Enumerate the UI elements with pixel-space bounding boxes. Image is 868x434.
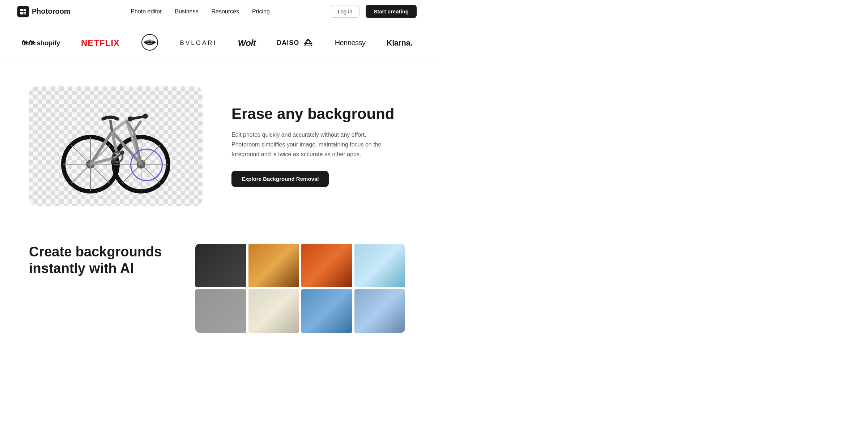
- photo-cell-2: [248, 244, 299, 287]
- selection-circle-indicator: [130, 149, 163, 181]
- svg-rect-1: [24, 9, 26, 11]
- logo-bvlgari: BVLGARI: [180, 39, 217, 47]
- photo-cell-3: [301, 244, 352, 287]
- svg-line-19: [90, 164, 110, 183]
- logo-wolt: Wolt: [238, 38, 256, 48]
- nav-actions: Log in Start creating: [330, 5, 417, 18]
- nav-business[interactable]: Business: [175, 8, 199, 14]
- svg-point-38: [111, 160, 115, 164]
- svg-line-35: [110, 120, 112, 132]
- erase-section-title: Erase any background: [231, 105, 405, 123]
- logo-link[interactable]: Photoroom: [17, 6, 71, 17]
- create-section-title: Create backgroundsinstantly with AI: [29, 244, 166, 277]
- svg-line-21: [71, 164, 90, 183]
- logo-warnerbros: WARNER BROS.: [141, 33, 159, 52]
- logo-icon: [17, 6, 29, 17]
- navbar: Photoroom Photo editor Business Resource…: [0, 0, 434, 23]
- svg-point-33: [128, 116, 133, 122]
- create-text: Create backgroundsinstantly with AI: [29, 244, 166, 277]
- start-creating-button[interactable]: Start creating: [366, 5, 417, 18]
- nav-photo-editor[interactable]: Photo editor: [131, 8, 162, 14]
- svg-text:BROS.: BROS.: [148, 42, 153, 44]
- nav-pricing[interactable]: Pricing: [252, 8, 270, 14]
- login-button[interactable]: Log in: [330, 5, 360, 18]
- explore-background-removal-button[interactable]: Explore Background Removal: [231, 171, 329, 187]
- erase-text-content: Erase any background Edit photos quickly…: [231, 105, 405, 187]
- logo-text: Photoroom: [32, 7, 71, 16]
- logo-hennessy: Hennessy: [335, 39, 366, 47]
- logo-netflix: NETFLIX: [81, 38, 120, 48]
- svg-text:WARNER: WARNER: [146, 40, 154, 42]
- logo-klarna: Klarna.: [387, 38, 412, 48]
- photo-cell-7: [301, 289, 352, 333]
- photo-cell-8: [354, 289, 405, 333]
- svg-rect-6: [25, 13, 26, 14]
- svg-rect-5: [24, 13, 25, 14]
- svg-rect-0: [20, 9, 23, 11]
- photo-cell-6: [248, 289, 299, 333]
- nav-links: Photo editor Business Resources Pricing: [131, 8, 270, 15]
- erase-section: Erase any background Edit photos quickly…: [0, 63, 434, 229]
- svg-rect-2: [20, 12, 23, 14]
- logo-daiso: DAISO: [277, 39, 314, 47]
- erase-section-description: Edit photos quickly and accurately witho…: [231, 130, 383, 159]
- svg-rect-4: [25, 12, 26, 13]
- svg-rect-3: [24, 12, 25, 13]
- photo-cell-4: [354, 244, 405, 287]
- bike-illustration: [54, 95, 177, 197]
- photo-cell-5: [195, 289, 246, 333]
- svg-marker-10: [305, 39, 312, 46]
- nav-resources[interactable]: Resources: [211, 8, 239, 14]
- create-section: Create backgroundsinstantly with AI: [0, 229, 434, 347]
- logos-bar: 🛍🛍 shopify NETFLIX WARNER BROS. BVLGARI …: [0, 23, 434, 63]
- bike-image-card: [29, 86, 203, 206]
- svg-point-34: [143, 114, 148, 119]
- svg-line-18: [71, 145, 90, 164]
- svg-point-39: [120, 150, 124, 155]
- logo-shopify: 🛍🛍 shopify: [22, 39, 60, 47]
- photo-grid: [195, 244, 405, 333]
- photo-cell-1: [195, 244, 246, 287]
